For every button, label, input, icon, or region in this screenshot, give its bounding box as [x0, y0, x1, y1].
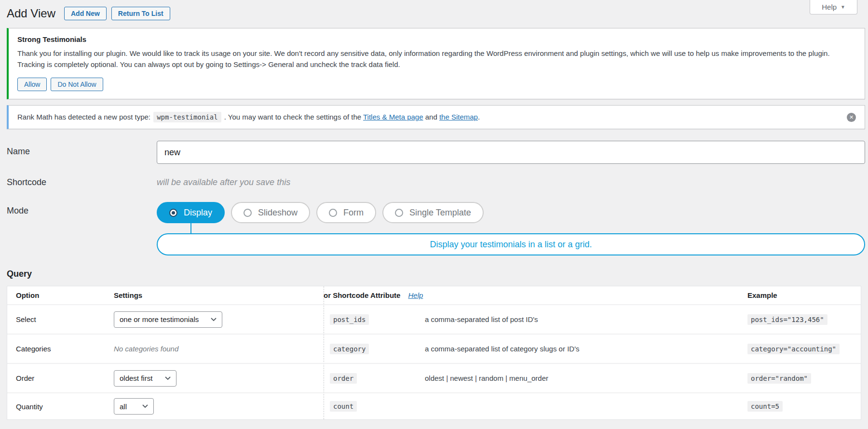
- rank-math-text-before: Rank Math has detected a new post type:: [17, 113, 152, 121]
- table-row-select: Select one or more testimonials post_ids…: [7, 304, 861, 334]
- radio-icon: [329, 209, 337, 217]
- order-dropdown[interactable]: oldest first: [114, 370, 176, 387]
- table-row-order: Order oldest first order oldest | newest…: [7, 363, 861, 392]
- chevron-down-icon: [142, 404, 148, 408]
- row-example-cell: order="random": [747, 374, 861, 383]
- row-option-label: Order: [16, 374, 114, 382]
- row-settings-cell: No categories found: [114, 345, 324, 353]
- mode-hint: Display your testimonials in a list or a…: [157, 223, 865, 255]
- tracking-notice-actions: Allow Do Not Allow: [17, 78, 856, 91]
- mode-options: Display Slideshow Form Single Template: [157, 202, 865, 223]
- example-chip: count=5: [747, 401, 783, 412]
- tracking-notice-body: Thank you for installing our plugin. We …: [17, 48, 852, 70]
- header-attribute-group: or Shortcode Attribute Help: [324, 291, 747, 299]
- mode-option-form[interactable]: Form: [316, 202, 376, 223]
- table-row-categories: Categories No categories found category …: [7, 334, 861, 363]
- row-description: a comma-separated list of category slugs…: [425, 345, 747, 353]
- mode-option-single-template[interactable]: Single Template: [382, 202, 484, 223]
- page-title: Add View: [7, 7, 55, 20]
- mode-row: Mode Display Slideshow Form Single Templ…: [7, 202, 865, 223]
- rank-math-notice-text: Rank Math has detected a new post type: …: [17, 111, 480, 123]
- row-example-cell: category="accounting": [747, 345, 861, 353]
- attribute-chip: post_ids: [330, 314, 369, 325]
- radio-selected-icon: [169, 209, 177, 217]
- post-type-chip: wpm-testimonial: [153, 112, 221, 122]
- shortcode-status-text: will be available after you save this: [157, 177, 290, 188]
- name-row: Name: [7, 141, 865, 164]
- mode-option-label: Form: [343, 208, 364, 218]
- tracking-notice-title: Strong Testimonials: [17, 35, 856, 43]
- row-example-cell: count=5: [747, 402, 861, 411]
- name-label: Name: [7, 141, 157, 157]
- select-testimonials-dropdown[interactable]: one or more testimonials: [114, 311, 222, 328]
- row-option-label: Quantity: [16, 402, 114, 411]
- row-attribute-cell: order: [324, 374, 425, 383]
- help-dropdown[interactable]: Help ▼: [810, 0, 857, 14]
- mode-option-display[interactable]: Display: [157, 202, 225, 223]
- rank-math-text-end: .: [478, 113, 480, 121]
- header-example: Example: [747, 291, 861, 299]
- tracking-notice: Strong Testimonials Thank you for instal…: [7, 28, 865, 99]
- mode-option-label: Slideshow: [258, 208, 298, 218]
- chevron-down-icon: [211, 318, 217, 322]
- table-header-row: Option Settings or Shortcode Attribute H…: [7, 286, 861, 304]
- row-option-label: Select: [16, 315, 114, 323]
- no-categories-text: No categories found: [114, 345, 178, 353]
- dismiss-notice-icon[interactable]: ✕: [847, 113, 856, 122]
- row-attribute-cell: post_ids: [324, 315, 425, 324]
- rank-math-text-middle: . You may want to check the settings of …: [222, 113, 363, 121]
- header-attribute: or Shortcode Attribute: [324, 291, 400, 299]
- help-label: Help: [822, 3, 837, 11]
- sitemap-link[interactable]: the Sitemap: [439, 113, 478, 121]
- example-chip: order="random": [747, 373, 811, 384]
- add-view-page: Add View Add New Return To List Help ▼ S…: [0, 0, 868, 420]
- dropdown-value: oldest first: [120, 374, 152, 382]
- row-example-cell: post_ids="123,456": [747, 315, 861, 324]
- example-chip: category="accounting": [747, 344, 840, 354]
- view-name-input[interactable]: [157, 141, 865, 164]
- row-option-label: Categories: [16, 345, 114, 353]
- page-header: Add View Add New Return To List: [7, 4, 865, 23]
- row-settings-cell: one or more testimonials: [114, 311, 324, 328]
- radio-icon: [395, 209, 403, 217]
- mode-option-slideshow[interactable]: Slideshow: [231, 202, 310, 223]
- row-attribute-cell: count: [324, 402, 425, 411]
- attribute-chip: category: [330, 344, 369, 354]
- dropdown-value: all: [120, 402, 127, 411]
- row-description: oldest | newest | random | menu_order: [425, 374, 747, 382]
- attribute-chip: count: [330, 401, 357, 412]
- example-chip: post_ids="123,456": [747, 314, 827, 325]
- titles-meta-link[interactable]: Titles & Meta page: [363, 113, 423, 121]
- query-heading: Query: [7, 269, 865, 279]
- row-attribute-cell: category: [324, 345, 425, 353]
- header-option: Option: [16, 291, 114, 299]
- rank-math-notice: Rank Math has detected a new post type: …: [7, 105, 865, 129]
- do-not-allow-button[interactable]: Do Not Allow: [51, 78, 103, 91]
- row-description: a comma-separated list of post ID's: [425, 315, 747, 323]
- attribute-chip: order: [330, 373, 357, 384]
- quantity-dropdown[interactable]: all: [114, 398, 154, 415]
- mode-hint-text: Display your testimonials in a list or a…: [157, 233, 865, 255]
- hint-connector-line: [190, 223, 191, 233]
- query-table: Option Settings or Shortcode Attribute H…: [7, 286, 861, 420]
- allow-button[interactable]: Allow: [17, 78, 47, 91]
- chevron-down-icon: [165, 376, 171, 380]
- caret-down-icon: ▼: [841, 4, 845, 10]
- shortcode-label: Shortcode: [7, 177, 157, 188]
- shortcode-row: Shortcode will be available after you sa…: [7, 177, 865, 188]
- table-row-quantity: Quantity all count count=5: [7, 392, 861, 419]
- header-settings: Settings: [114, 291, 324, 299]
- row-settings-cell: oldest first: [114, 370, 324, 387]
- return-to-list-button[interactable]: Return To List: [111, 7, 170, 20]
- mode-option-label: Single Template: [409, 208, 471, 218]
- radio-icon: [244, 209, 252, 217]
- mode-label: Mode: [7, 202, 157, 216]
- rank-math-text-and: and: [423, 113, 439, 121]
- mode-option-label: Display: [184, 208, 212, 218]
- attribute-help-link[interactable]: Help: [408, 291, 423, 299]
- add-new-button[interactable]: Add New: [64, 7, 107, 20]
- dropdown-value: one or more testimonials: [120, 315, 199, 323]
- row-settings-cell: all: [114, 398, 324, 415]
